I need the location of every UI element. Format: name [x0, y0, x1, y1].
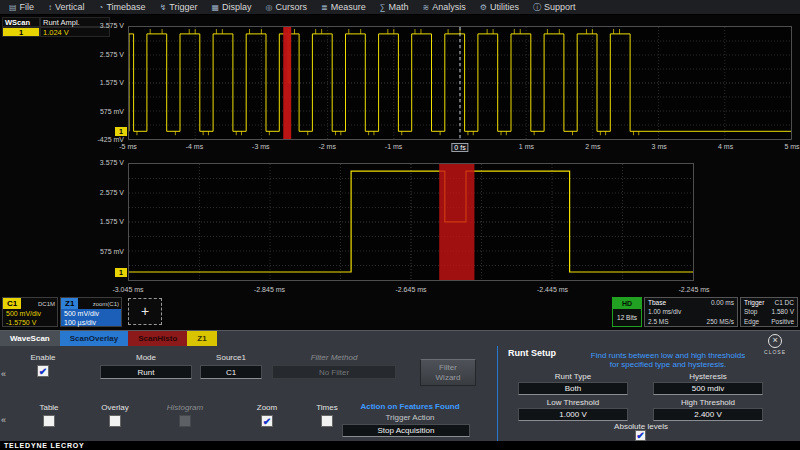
z1-ground-marker[interactable]: 1	[115, 268, 127, 277]
menu-item-label: Measure	[331, 0, 366, 15]
trigger-menu-icon: ↯	[160, 0, 167, 15]
timebase-menu-icon: ◔	[99, 0, 104, 15]
trigger-action-label: Trigger Action	[330, 413, 490, 422]
menu-item-label: Display	[222, 0, 252, 15]
absolute-levels-checkbox[interactable]: ✔	[635, 430, 646, 441]
hysteresis-label: Hysteresis	[653, 372, 763, 381]
menu-item-support[interactable]: ⓘSupport	[526, 0, 583, 15]
timebase-box[interactable]: Tbase 0.00 ms 1.00 ms/div 2.5 MS 250 MS/…	[644, 297, 738, 327]
main-y-tick: 3.575 V	[88, 22, 124, 29]
zoom-y-tick: 2.575 V	[88, 189, 124, 196]
main-x-tick: 0 fs	[451, 143, 468, 152]
menu-item-label: Timebase	[106, 0, 145, 15]
tab-scanhisto[interactable]: ScanHisto	[128, 331, 187, 346]
timebase-scale: 1.00 ms/div	[648, 307, 681, 316]
menu-item-label: Math	[389, 0, 409, 15]
main-y-tick: 575 mV	[88, 108, 124, 115]
main-x-tick: 5 ms	[784, 143, 799, 150]
runt-type-dropdown[interactable]: Both	[518, 382, 628, 395]
menu-item-trigger[interactable]: ↯Trigger	[153, 0, 205, 15]
filter-method-dropdown: No Filter	[272, 365, 396, 379]
c1-offset: -1.5750 V	[6, 318, 54, 327]
high-threshold-field[interactable]: 2.400 V	[653, 408, 763, 421]
mode-label: Mode	[100, 353, 192, 362]
checkbox-label: Table	[20, 403, 78, 412]
trigger-box[interactable]: Trigger C1 DC Stop 1.580 V Edge Positive	[740, 297, 798, 327]
zoom-y-tick: 575 mV	[88, 248, 124, 255]
tab-wavescan[interactable]: WaveScan	[0, 331, 60, 346]
source1-dropdown[interactable]: C1	[200, 365, 262, 379]
hd-indicator[interactable]: HD 12 Bits	[612, 297, 642, 327]
hysteresis-field[interactable]: 500 mdiv	[653, 382, 763, 395]
low-threshold-label: Low Threshold	[518, 398, 628, 407]
trigger-level: 1.580 V	[772, 307, 794, 316]
c1-coupling: DC1M	[38, 301, 57, 307]
dialog-tabstrip: WaveScan ScanOverlay ScanHisto Z1	[0, 331, 217, 346]
low-threshold-field[interactable]: 1.000 V	[518, 408, 628, 421]
wavescan-trace-badge: 1	[2, 27, 40, 37]
tab-scanoverlay[interactable]: ScanOverlay	[60, 331, 128, 346]
menu-item-math[interactable]: ∑Math	[373, 0, 416, 15]
z1-hscale: 100 µs/div	[64, 318, 118, 327]
c1-ground-marker[interactable]: 1	[115, 127, 127, 136]
menu-item-label: Vertical	[55, 0, 85, 15]
checkbox-group-histogram: Histogram	[156, 403, 214, 427]
menu-item-analysis[interactable]: ≋Analysis	[416, 0, 473, 15]
menu-item-label: Trigger	[169, 0, 197, 15]
menu-item-vertical[interactable]: ↕Vertical	[41, 0, 92, 15]
menu-item-cursors[interactable]: ◎Cursors	[259, 0, 315, 15]
table-checkbox[interactable]	[43, 415, 55, 427]
menu-item-label: File	[20, 0, 35, 15]
main-x-tick: -2 ms	[318, 143, 336, 150]
analysis-menu-icon: ≋	[423, 0, 430, 15]
hd-bits: 12 Bits	[613, 309, 641, 326]
overlay-checkbox[interactable]	[109, 415, 121, 427]
menu-item-label: Support	[544, 0, 576, 15]
source1-label: Source1	[200, 353, 262, 362]
timebase-rate: 250 MS/s	[707, 317, 734, 326]
c1-vscale: 500 mV/div	[6, 309, 54, 318]
zoom-y-tick: 3.575 V	[88, 159, 124, 166]
zoom-x-tick: -2.645 ms	[395, 286, 426, 293]
hd-badge: HD	[613, 298, 641, 309]
z1-descriptor[interactable]: Z1 zoom(C1) 500 mV/div 100 µs/div	[60, 297, 122, 327]
filter-wizard-button: Filter Wizard	[420, 359, 476, 386]
timebase-record: 2.5 MS	[648, 317, 669, 326]
zoom-y-tick: 1.575 V	[88, 218, 124, 225]
histogram-checkbox	[179, 415, 191, 427]
zoom-grid[interactable]	[128, 163, 694, 281]
main-x-tick: 1 ms	[519, 143, 534, 150]
tab-z1[interactable]: Z1	[187, 331, 216, 346]
runt-setup-panel: Runt Setup Find runts between low and hi…	[497, 346, 800, 442]
zoom-x-tick: -2.445 ms	[537, 286, 568, 293]
wavescan-title: WScan	[2, 17, 40, 27]
checkbox-label: Histogram	[156, 403, 214, 412]
main-y-tick: 1.575 V	[88, 79, 124, 86]
menu-item-timebase[interactable]: ◔Timebase	[92, 0, 153, 15]
menu-item-display[interactable]: ▦Display	[205, 0, 259, 15]
filter-method-label: Filter Method	[272, 353, 396, 362]
menu-item-measure[interactable]: ≣Measure	[314, 0, 373, 15]
runt-desc-line2: for specified type and hysteresis.	[558, 360, 778, 369]
menu-item-file[interactable]: ▤File	[2, 0, 41, 15]
main-grid[interactable]	[128, 26, 792, 140]
enable-checkbox[interactable]: ✔	[37, 365, 49, 377]
add-trace-button[interactable]: +	[128, 298, 162, 325]
c1-descriptor[interactable]: C1 DC1M 500 mV/div -1.5750 V	[2, 297, 58, 327]
vertical-menu-icon: ↕	[48, 0, 52, 15]
menu-item-label: Analysis	[432, 0, 466, 15]
footer-bar: TELEDYNE LECROY	[0, 441, 800, 450]
checkbox-group-table: Table	[20, 403, 78, 427]
mode-dropdown[interactable]: Runt	[100, 365, 192, 379]
zoom-checkbox[interactable]: ✔	[261, 415, 273, 427]
brand-logo: TELEDYNE LECROY	[4, 441, 84, 450]
main-x-tick: -1 ms	[385, 143, 403, 150]
z1-tag: Z1	[61, 298, 78, 309]
checkbox-label: Zoom	[238, 403, 296, 412]
zoom-waveform-svg	[129, 164, 693, 280]
menu-item-utilities[interactable]: ⚙Utilities	[473, 0, 526, 15]
action-header: Action on Features Found	[330, 402, 490, 411]
utilities-menu-icon: ⚙	[480, 0, 487, 15]
trigger-source: C1 DC	[774, 298, 794, 307]
trigger-action-dropdown[interactable]: Stop Acquisition	[342, 424, 470, 437]
